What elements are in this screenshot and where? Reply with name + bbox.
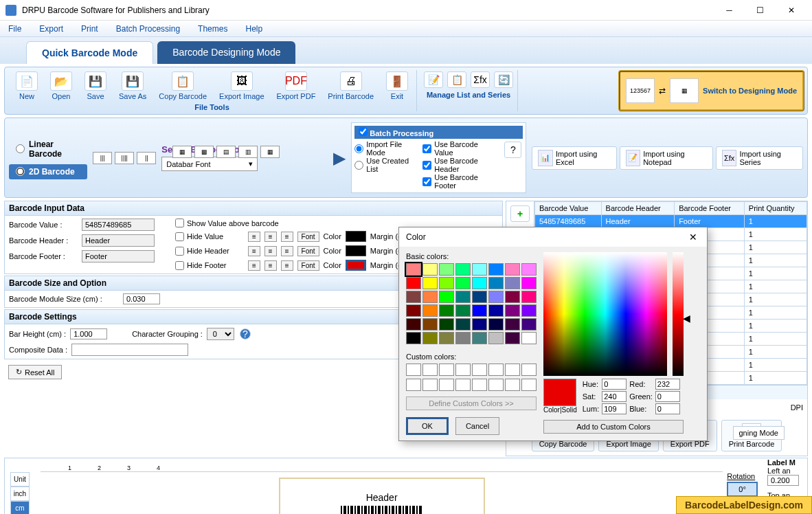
hue-input[interactable] — [602, 379, 627, 390]
save-button[interactable]: 💾Save — [79, 70, 112, 102]
color-gradient[interactable] — [543, 252, 667, 376]
import-excel-button[interactable]: 📊Import using Excel — [532, 146, 616, 170]
basic-color-swatch[interactable] — [505, 318, 520, 331]
basic-color-swatch[interactable] — [488, 263, 504, 276]
add-custom-button[interactable]: Add to Custom Colors — [543, 420, 684, 434]
basic-color-swatch[interactable] — [472, 277, 487, 289]
maximize-button[interactable]: ☐ — [745, 0, 776, 21]
custom-color-swatch[interactable] — [422, 379, 438, 391]
basic-color-swatch[interactable] — [439, 277, 454, 289]
col-value[interactable]: Barcode Value — [535, 202, 602, 215]
font-button[interactable]: Font — [297, 260, 319, 271]
rotate-0[interactable]: 0° — [727, 482, 758, 497]
luminance-pointer[interactable]: ◀ — [683, 313, 690, 324]
align-center-button[interactable]: ≡ — [264, 232, 277, 242]
barcode-footer-input[interactable] — [82, 250, 155, 262]
basic-color-swatch[interactable] — [406, 277, 421, 289]
new-button[interactable]: 📄New — [10, 70, 43, 102]
basic-color-swatch[interactable] — [422, 263, 438, 276]
basic-color-swatch[interactable] — [455, 304, 471, 317]
basic-color-swatch[interactable] — [439, 291, 454, 303]
unit-cm[interactable]: cm — [10, 501, 30, 514]
linear-barcode-radio[interactable]: Linear Barcode — [9, 137, 87, 161]
2d-barcode-radio[interactable]: 2D Barcode — [9, 164, 87, 179]
basic-color-swatch[interactable] — [521, 304, 537, 317]
basic-color-swatch[interactable] — [439, 304, 454, 317]
basic-color-swatch[interactable] — [406, 263, 421, 276]
custom-color-swatch[interactable] — [472, 379, 487, 391]
align-right-button[interactable]: ≡ — [281, 260, 293, 271]
footer-color-swatch[interactable] — [346, 260, 366, 271]
custom-color-swatch[interactable] — [439, 379, 454, 391]
help-icon[interactable]: ? — [504, 142, 521, 158]
edit-list-icon[interactable]: 📝 — [424, 71, 443, 88]
custom-color-swatch[interactable] — [406, 379, 421, 391]
basic-color-swatch[interactable] — [488, 304, 504, 317]
barcode-value-input[interactable] — [82, 219, 155, 231]
blue-input[interactable] — [655, 403, 680, 414]
custom-color-swatch[interactable] — [521, 379, 537, 391]
basic-color-swatch[interactable] — [455, 263, 471, 276]
basic-color-swatch[interactable] — [505, 277, 520, 289]
dialog-close-button[interactable]: ✕ — [686, 232, 700, 243]
custom-color-swatch[interactable] — [455, 364, 471, 376]
basic-color-swatch[interactable] — [422, 304, 438, 317]
basic-color-swatch[interactable] — [422, 332, 438, 344]
use-header-checkbox[interactable]: Use Barcode Header — [422, 157, 496, 173]
align-right-button[interactable]: ≡ — [281, 246, 293, 256]
menu-print[interactable]: Print — [77, 23, 102, 35]
hide-value-checkbox[interactable]: Hide Value — [175, 232, 244, 241]
value-color-swatch[interactable] — [346, 231, 366, 242]
custom-color-swatch[interactable] — [505, 364, 520, 376]
basic-color-swatch[interactable] — [472, 332, 487, 344]
bar-height-input[interactable] — [70, 328, 107, 339]
menu-themes[interactable]: Themes — [194, 23, 232, 35]
green-input[interactable] — [655, 391, 680, 402]
basic-color-swatch[interactable] — [488, 277, 504, 289]
saveas-button[interactable]: 💾Save As — [113, 70, 152, 102]
custom-color-swatch[interactable] — [521, 364, 537, 376]
custom-color-swatch[interactable] — [422, 364, 438, 376]
custom-color-swatch[interactable] — [488, 379, 504, 391]
basic-color-swatch[interactable] — [455, 277, 471, 289]
import-series-button[interactable]: ΣfxImport using Series — [716, 146, 803, 170]
align-left-button[interactable]: ≡ — [248, 260, 260, 271]
basic-color-swatch[interactable] — [406, 332, 421, 344]
export-image-button[interactable]: 🖼Export Image — [214, 70, 269, 102]
lum-input[interactable] — [602, 403, 627, 414]
col-footer[interactable]: Barcode Footer — [675, 202, 745, 215]
basic-color-swatch[interactable] — [406, 304, 421, 317]
basic-color-swatch[interactable] — [422, 277, 438, 289]
add-row-button[interactable]: + — [510, 205, 530, 222]
char-group-select[interactable]: 0 — [207, 328, 234, 340]
menu-file[interactable]: File — [4, 23, 25, 35]
custom-color-swatch[interactable] — [505, 379, 520, 391]
align-center-button[interactable]: ≡ — [264, 260, 277, 271]
basic-color-swatch[interactable] — [422, 291, 438, 303]
module-size-input[interactable] — [123, 293, 160, 304]
basic-color-swatch[interactable] — [521, 318, 537, 331]
basic-color-swatch[interactable] — [439, 332, 454, 344]
exit-button[interactable]: 🚪Exit — [381, 70, 414, 102]
use-value-checkbox[interactable]: Use Barcode Value — [422, 140, 496, 157]
header-color-swatch[interactable] — [346, 245, 366, 256]
basic-color-swatch[interactable] — [521, 263, 537, 276]
basic-color-swatch[interactable] — [455, 318, 471, 331]
basic-color-swatch[interactable] — [521, 277, 537, 289]
basic-color-swatch[interactable] — [505, 291, 520, 303]
basic-color-swatch[interactable] — [521, 291, 537, 303]
barcode-header-input[interactable] — [82, 234, 155, 247]
left-margin-input[interactable] — [767, 475, 799, 486]
basic-color-swatch[interactable] — [505, 304, 520, 317]
basic-color-swatch[interactable] — [439, 263, 454, 276]
custom-color-swatch[interactable] — [472, 364, 487, 376]
basic-color-swatch[interactable] — [439, 318, 454, 331]
basic-color-swatch[interactable] — [521, 332, 537, 344]
basic-color-swatch[interactable] — [488, 291, 504, 303]
refresh-icon[interactable]: 🔄 — [494, 71, 513, 88]
basic-color-swatch[interactable] — [505, 263, 520, 276]
import-notepad-button[interactable]: 📝Import using Notepad — [620, 146, 713, 170]
col-qty[interactable]: Print Quantity — [744, 202, 807, 215]
help-icon[interactable]: ? — [240, 328, 251, 339]
basic-color-swatch[interactable] — [422, 318, 438, 331]
